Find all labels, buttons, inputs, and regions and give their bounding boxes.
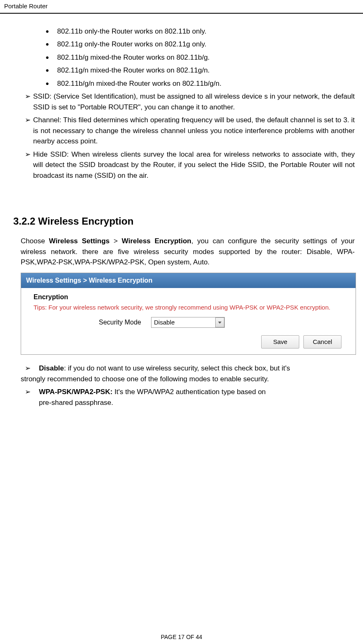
feature-arrow-list: SSID: (Service Set Identification), must… bbox=[21, 91, 355, 181]
section-heading-wireless-encryption: 3.2.2 Wireless Encryption bbox=[13, 214, 355, 229]
disable-bold: Disable bbox=[39, 364, 64, 372]
security-mode-label: Security Mode bbox=[34, 317, 151, 327]
arrow-text: Hide SSID: When wireless clients survey … bbox=[33, 150, 355, 179]
cancel-button[interactable]: Cancel bbox=[303, 335, 341, 349]
arrow-text: Channel: This filed determines which ope… bbox=[33, 116, 355, 145]
bullet-item: 802.11g only-the Router works on 802.11g… bbox=[46, 39, 355, 50]
button-row: Save Cancel bbox=[34, 335, 343, 349]
bullet-item: 802.11b/g/n mixed-the Router works on 80… bbox=[46, 78, 355, 89]
mode-bullet-list: 802.11b only-the Router works on 802.11b… bbox=[21, 26, 355, 89]
security-mode-value: Disable bbox=[154, 318, 175, 327]
wpa-bold: WPA-PSK/WPA2-PSK: bbox=[39, 388, 115, 396]
wpa-line2: pre-shared passphrase. bbox=[39, 397, 355, 408]
wpa-text: It's the WPA/WPA2 authentication type ba… bbox=[115, 388, 266, 396]
bullet-item: 802.11b/g mixed-the Router works on 802.… bbox=[46, 52, 355, 63]
security-mode-select[interactable]: Disable bbox=[151, 317, 225, 328]
intro-bold-1: Wireless Settings bbox=[49, 237, 110, 245]
arrow-text: SSID: (Service Set Identification), must… bbox=[33, 92, 355, 111]
section-intro-paragraph: Choose Wireless Settings > Wireless Encr… bbox=[21, 236, 355, 268]
page-header: Portable Router bbox=[0, 0, 363, 14]
intro-bold-2: Wireless Encryption bbox=[122, 237, 191, 245]
arrow-item-channel: Channel: This filed determines which ope… bbox=[25, 115, 355, 147]
intro-prefix: Choose bbox=[21, 237, 49, 245]
encryption-tips-text: Tips: For your wireless network security… bbox=[34, 303, 343, 312]
bullet-item: 802.11b only-the Router works on 802.11b… bbox=[46, 26, 355, 37]
bullet-text: 802.11b only-the Router works on 802.11b… bbox=[57, 27, 207, 35]
bullet-text: 802.11g/n mixed-the Router works on 802.… bbox=[57, 66, 210, 74]
arrow-item-disable: Disable: if you do not want to use wirel… bbox=[25, 363, 355, 384]
arrow-item-ssid: SSID: (Service Set Identification), must… bbox=[25, 91, 355, 112]
mode-description-list: Disable: if you do not want to use wirel… bbox=[21, 363, 355, 408]
header-title: Portable Router bbox=[4, 2, 48, 10]
main-content: 802.11b only-the Router works on 802.11b… bbox=[0, 14, 363, 416]
disable-continuation: strongly recommended to choose one of th… bbox=[21, 374, 355, 385]
cancel-button-label: Cancel bbox=[313, 337, 332, 347]
bullet-text: 802.11g only-the Router works on 802.11g… bbox=[57, 40, 207, 48]
wireless-encryption-screenshot: Wireless Settings > Wireless Encryption … bbox=[21, 273, 356, 355]
arrow-item-hide-ssid: Hide SSID: When wireless clients survey … bbox=[25, 149, 355, 181]
screenshot-breadcrumb: Wireless Settings > Wireless Encryption bbox=[21, 273, 356, 288]
disable-text: : if you do not want to use wireless sec… bbox=[64, 364, 290, 372]
chevron-down-icon bbox=[218, 322, 221, 324]
arrow-item-wpa-psk: WPA-PSK/WPA2-PSK: It's the WPA/WPA2 auth… bbox=[25, 387, 355, 408]
bullet-text: 802.11b/g/n mixed-the Router works on 80… bbox=[57, 80, 221, 87]
save-button-label: Save bbox=[273, 337, 287, 347]
dropdown-button[interactable] bbox=[215, 317, 224, 327]
screenshot-body: Encryption Tips: For your wireless netwo… bbox=[21, 288, 356, 355]
encryption-section-label: Encryption bbox=[34, 292, 343, 302]
bullet-text: 802.11b/g mixed-the Router works on 802.… bbox=[57, 53, 210, 61]
save-button[interactable]: Save bbox=[261, 335, 299, 349]
security-mode-row: Security Mode Disable bbox=[34, 317, 343, 328]
bullet-item: 802.11g/n mixed-the Router works on 802.… bbox=[46, 65, 355, 76]
intro-separator: > bbox=[110, 237, 122, 245]
